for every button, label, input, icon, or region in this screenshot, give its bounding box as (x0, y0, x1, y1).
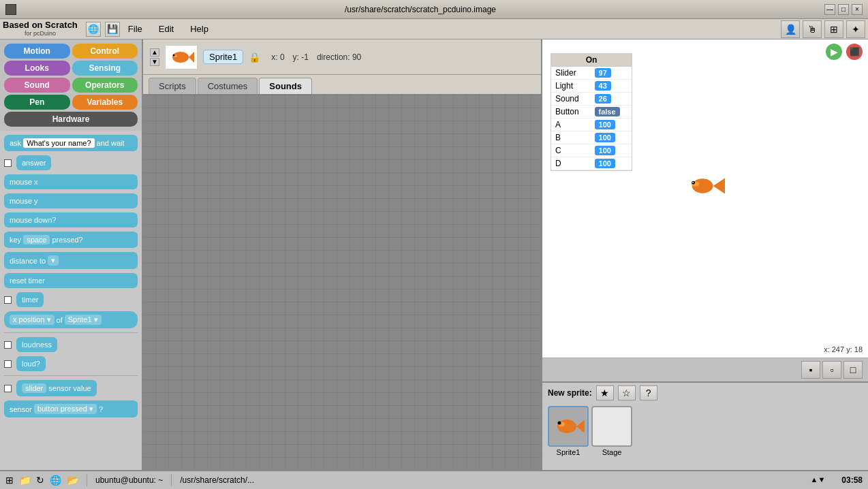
new-sprite-open-button[interactable]: ☆ (618, 385, 636, 400)
sprite-name[interactable]: Sprite1 (203, 50, 243, 64)
category-sound[interactable]: Sound (4, 78, 70, 93)
category-variables[interactable]: Variables (72, 95, 138, 110)
lock-icon[interactable]: 🔒 (249, 52, 260, 63)
maximize-button[interactable]: □ (838, 4, 849, 15)
answer-checkbox[interactable] (4, 159, 12, 167)
block-reset-timer[interactable]: reset timer (4, 273, 138, 288)
sprite-item-stage[interactable]: Stage (591, 406, 632, 456)
block-slider-sensor[interactable]: slider sensor value (16, 380, 97, 396)
category-pen[interactable]: Pen (4, 95, 70, 110)
sensor-row-light: Light 43 (551, 80, 632, 93)
tab-scripts[interactable]: Scripts (149, 78, 196, 94)
stage-footer: ▪ ▫ □ (542, 358, 868, 381)
status-refresh-icon[interactable]: ↻ (36, 475, 44, 486)
block-sprite-dropdown[interactable]: Sprite1 ▾ (65, 315, 102, 325)
timer-checkbox[interactable] (4, 296, 12, 304)
block-ask-inner: What's your name? (23, 138, 94, 148)
block-ask[interactable]: ask What's your name? and wait (4, 135, 138, 151)
stage-small-icon[interactable]: ▪ (801, 361, 820, 379)
block-loud-row: loud? (4, 356, 138, 371)
category-operators[interactable]: Operators (72, 78, 138, 93)
sprite-coords: x: 0 y: -1 direction: 90 (271, 52, 361, 62)
stage-large-icon[interactable]: □ (843, 361, 863, 379)
status-path: /usr/share/scratch/... (180, 475, 254, 485)
statusbar-right: ▲▼ 03:58 (811, 475, 863, 485)
sprite-item-sprite1[interactable]: Sprite1 (548, 406, 589, 456)
category-looks[interactable]: Looks (4, 61, 70, 76)
category-control[interactable]: Control (72, 44, 138, 59)
main-area: Motion Control Looks Sensing Sound Opera… (0, 40, 868, 470)
block-sensor-inner[interactable]: button pressed ▾ (34, 404, 97, 414)
block-key-text: key (10, 236, 21, 244)
svg-point-0 (172, 52, 189, 63)
block-answer-text: answer (22, 159, 46, 167)
green-flag-button[interactable]: ▶ (826, 44, 842, 60)
close-button[interactable]: × (852, 4, 863, 15)
status-files-icon[interactable]: 📁 (19, 475, 31, 486)
menu-help[interactable]: Help (187, 22, 211, 35)
block-key-pressed[interactable]: key space pressed? (4, 232, 138, 248)
sensor-val-c: 100 (595, 146, 615, 155)
loud-checkbox[interactable] (4, 360, 12, 368)
menu-edit[interactable]: Edit (156, 22, 176, 35)
window-title: /usr/share/scratch/scratch_pcduino.image (345, 5, 496, 14)
script-area[interactable] (143, 94, 541, 470)
sensor-label-c: C (551, 144, 591, 157)
block-sensor-q: ? (99, 405, 103, 413)
block-loudness[interactable]: loudness (16, 337, 57, 352)
block-mouse-y[interactable]: mouse y (4, 193, 138, 208)
status-folder-icon[interactable]: 📂 (67, 475, 78, 486)
tab-sounds[interactable]: Sounds (259, 78, 312, 94)
category-hardware[interactable]: Hardware (4, 112, 138, 127)
slider-sensor-checkbox[interactable] (4, 385, 12, 392)
block-key-inner: space (23, 235, 50, 245)
block-mouse-down[interactable]: mouse down? (4, 212, 138, 227)
globe-icon[interactable]: 🌐 (86, 22, 101, 37)
statusbar-separator2 (171, 474, 172, 486)
status-browser-icon[interactable]: 🌐 (50, 475, 61, 486)
menu-icon-group: 🌐 💾 (86, 22, 120, 37)
stop-button[interactable]: ⬛ (846, 44, 863, 60)
sensor-row-sound: Sound 26 (551, 93, 632, 106)
sensor-row-d: D 100 (551, 157, 632, 170)
minimize-button[interactable]: — (824, 4, 835, 15)
right-panel: ▶ ⬛ On Slider 97 Light (541, 40, 868, 470)
zoom-fit-icon[interactable]: ⊞ (824, 20, 843, 38)
block-answer[interactable]: answer (16, 155, 51, 170)
menu-file[interactable]: File (125, 22, 145, 35)
block-sensor-pressed[interactable]: sensor button pressed ▾ ? (4, 400, 138, 417)
block-slider-inner[interactable]: slider (22, 383, 46, 393)
new-sprite-paint-button[interactable]: ★ (596, 385, 614, 400)
sensor-label-sound: Sound (551, 93, 591, 106)
person-icon[interactable]: 👤 (781, 20, 800, 38)
sensor-label-a: A (551, 119, 591, 131)
sensor-label-d: D (551, 157, 591, 170)
scroll-up-icon[interactable]: ▲ (150, 48, 159, 57)
category-sensing[interactable]: Sensing (72, 61, 138, 76)
stage-medium-icon[interactable]: ▫ (822, 361, 841, 379)
tabs: Scripts Costumes Sounds (143, 75, 541, 94)
block-xpos-dropdown[interactable]: x position ▾ (10, 315, 55, 325)
fullscreen-icon[interactable]: ✦ (846, 20, 865, 38)
block-x-of-sprite[interactable]: x position ▾ of Sprite1 ▾ (4, 311, 138, 328)
status-apps-icon[interactable]: ⊞ (5, 475, 14, 486)
titlebar: /usr/share/scratch/scratch_pcduino.image… (0, 0, 868, 19)
stage-area[interactable]: ▶ ⬛ On Slider 97 Light (542, 40, 868, 358)
save-icon[interactable]: 💾 (105, 22, 120, 37)
block-loud[interactable]: loud? (16, 356, 46, 371)
svg-marker-5 (713, 178, 725, 193)
scroll-down-icon[interactable]: ▼ (150, 58, 159, 66)
new-sprite-label: New sprite: (548, 388, 592, 398)
block-distance-to[interactable]: distance to ▾ (4, 252, 138, 269)
block-timer[interactable]: timer (16, 292, 44, 307)
new-sprite-random-button[interactable]: ? (640, 385, 657, 400)
tab-costumes[interactable]: Costumes (198, 78, 258, 94)
category-motion[interactable]: Motion (4, 44, 70, 59)
loudness-checkbox[interactable] (4, 341, 12, 349)
block-of-text: of (57, 316, 63, 324)
block-mouse-x[interactable]: mouse x (4, 174, 138, 189)
cursor-icon[interactable]: 🖱 (803, 20, 822, 38)
sensor-val-d: 100 (595, 159, 615, 168)
statusbar: ⊞ 📁 ↻ 🌐 📂 ubuntu@ubuntu: ~ /usr/share/sc… (0, 470, 868, 489)
block-distance-dropdown[interactable]: ▾ (48, 255, 59, 266)
